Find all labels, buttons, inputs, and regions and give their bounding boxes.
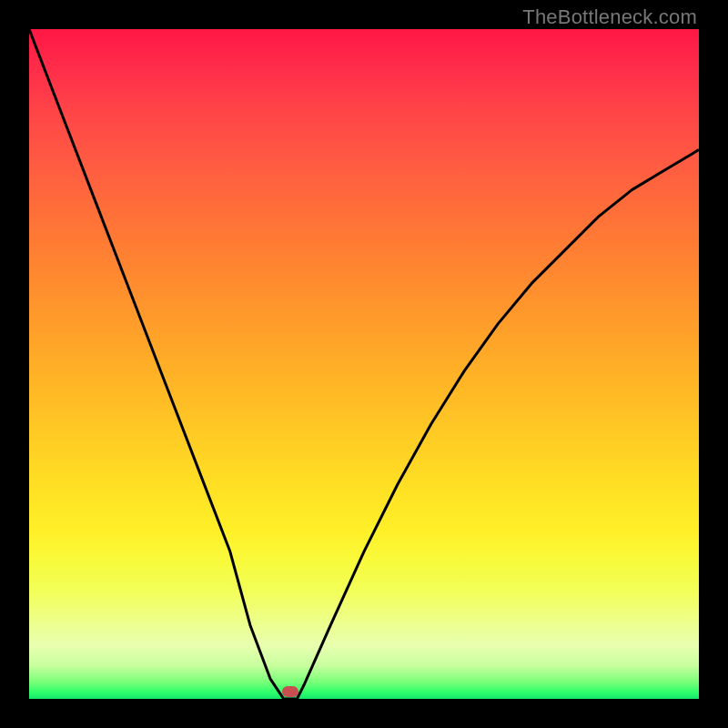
- optimal-point-marker: [282, 686, 298, 697]
- plot-area: [29, 29, 699, 699]
- watermark-text: TheBottleneck.com: [522, 5, 697, 29]
- bottleneck-curve-path: [29, 29, 699, 699]
- curve-svg: [29, 29, 699, 699]
- chart-frame: TheBottleneck.com: [0, 0, 728, 728]
